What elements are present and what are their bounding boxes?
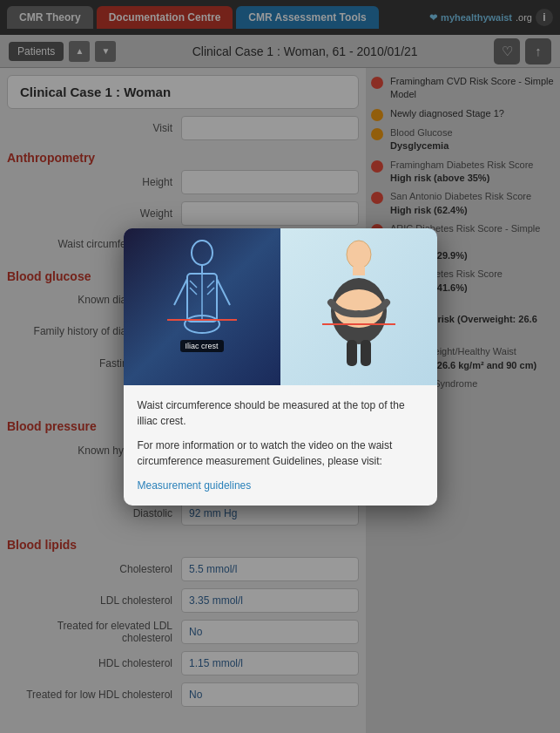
svg-line-10 <box>217 279 230 305</box>
iliac-label: Iliac crest <box>179 340 223 352</box>
modal-xray-image: Iliac crest <box>124 228 280 385</box>
svg-line-6 <box>207 288 214 295</box>
svg-rect-16 <box>347 340 357 366</box>
modal-text1: Waist circumference should be measured a… <box>138 397 423 429</box>
svg-point-12 <box>347 241 371 268</box>
svg-line-9 <box>174 279 187 305</box>
modal-images: Iliac crest <box>124 228 437 385</box>
modal-body: Waist circumference should be measured a… <box>124 385 437 506</box>
svg-rect-13 <box>353 267 365 275</box>
svg-line-3 <box>190 281 197 288</box>
measurement-guidelines-link[interactable]: Measurement guidelines <box>138 479 252 492</box>
svg-rect-17 <box>361 340 371 366</box>
waist-modal: Iliac crest <box>124 228 437 506</box>
svg-line-4 <box>207 281 214 288</box>
modal-overlay[interactable]: Iliac crest <box>0 0 560 733</box>
modal-figure-image <box>280 228 437 385</box>
fat-figure-svg <box>315 237 402 377</box>
svg-point-0 <box>192 241 213 265</box>
svg-line-5 <box>190 288 197 295</box>
modal-text2: For more information or to watch the vid… <box>138 438 423 469</box>
skeleton-svg <box>159 237 246 377</box>
